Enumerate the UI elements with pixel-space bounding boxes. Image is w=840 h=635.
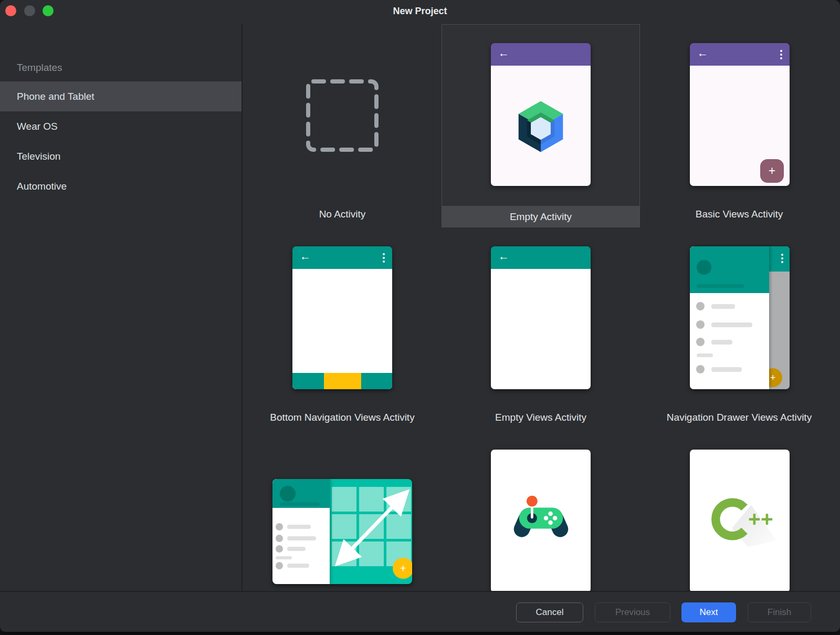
basic-views-activity-card[interactable]: ← + <box>690 43 790 186</box>
list-subheader-line <box>276 556 292 559</box>
svg-text:+: + <box>761 507 773 531</box>
basic-views-activity-label: Basic Views Activity <box>640 209 838 220</box>
list-bullet <box>276 545 283 553</box>
titlebar: New Project <box>0 0 840 24</box>
sidebar-item-automotive[interactable]: Automotive <box>0 171 242 201</box>
list-line <box>287 547 306 551</box>
kebab-menu-icon <box>383 253 385 263</box>
previous-button[interactable]: Previous <box>595 602 670 622</box>
kebab-menu-icon <box>780 50 782 59</box>
game-activity-card[interactable] <box>491 450 591 591</box>
template-grid: No Activity ← Empty Activity ← <box>242 24 840 591</box>
back-arrow-icon: ← <box>498 250 509 263</box>
phone-body <box>491 269 591 389</box>
list-line <box>287 525 311 529</box>
game-controller-icon <box>511 493 571 543</box>
navigation-drawer-views-activity-card[interactable]: + <box>690 246 790 389</box>
list-line <box>711 340 732 345</box>
svg-text:+: + <box>748 507 761 531</box>
kebab-menu-icon <box>781 254 783 263</box>
list-bullet <box>276 523 283 530</box>
list-line <box>287 536 316 540</box>
list-line <box>711 304 735 309</box>
list-line <box>711 322 752 327</box>
responsive-views-activity-card[interactable]: + <box>272 479 412 584</box>
empty-views-activity-label: Empty Views Activity <box>442 412 640 423</box>
new-project-dialog: New Project Templates Phone and Tablet W… <box>0 0 840 632</box>
footer-divider <box>0 591 840 592</box>
list-bullet <box>696 338 705 346</box>
drawer-header <box>690 246 769 293</box>
no-activity-card[interactable] <box>305 78 380 155</box>
empty-activity-card[interactable]: ← <box>491 43 591 186</box>
drawer-header <box>272 479 330 508</box>
cpp-logo: + + <box>706 488 776 547</box>
jetpack-compose-logo <box>517 101 564 152</box>
fab-add-button: + <box>760 159 784 183</box>
back-arrow-icon: ← <box>498 47 509 59</box>
dashed-square-icon <box>305 78 380 153</box>
bottom-nav-bar <box>292 373 392 389</box>
finish-button[interactable]: Finish <box>748 602 811 622</box>
sidebar-item-wear-os[interactable]: Wear OS <box>0 111 242 141</box>
phone-body <box>292 269 392 389</box>
cancel-button[interactable]: Cancel <box>516 602 583 622</box>
app-bar: ← <box>491 43 591 66</box>
next-button[interactable]: Next <box>681 602 736 622</box>
list-bullet <box>696 320 705 329</box>
avatar <box>280 486 296 502</box>
bottom-navigation-label: Bottom Navigation Views Activity <box>243 412 442 423</box>
fab-add-button: + <box>393 558 412 579</box>
back-arrow-icon: ← <box>697 47 708 59</box>
avatar <box>697 260 711 275</box>
bottom-nav-selected-tab <box>324 373 361 389</box>
app-bar: ← <box>491 246 591 269</box>
empty-activity-label: Empty Activity <box>442 206 640 227</box>
sidebar-item-phone-and-tablet[interactable]: Phone and Tablet <box>0 81 242 111</box>
drawer-title-placeholder <box>280 502 320 506</box>
empty-views-activity-card[interactable]: ← <box>491 246 591 389</box>
drawer-title-placeholder <box>697 284 744 288</box>
list-line <box>287 564 309 568</box>
navigation-drawer <box>690 246 769 389</box>
templates-sidebar: Templates Phone and Tablet Wear OS Telev… <box>0 24 242 591</box>
bottom-navigation-views-activity-card[interactable]: ← <box>292 246 392 389</box>
app-bar: ← <box>690 43 790 66</box>
no-activity-label: No Activity <box>243 209 442 220</box>
list-bullet <box>696 365 705 373</box>
sidebar-item-television[interactable]: Television <box>0 141 242 171</box>
list-bullet <box>276 535 283 542</box>
navigation-drawer-label: Navigation Drawer Views Activity <box>640 412 838 423</box>
list-line <box>711 367 742 372</box>
native-cpp-card[interactable]: + + <box>690 450 790 591</box>
window-title: New Project <box>0 0 840 24</box>
back-arrow-icon: ← <box>300 250 311 263</box>
app-bar: ← <box>292 246 392 269</box>
app-bar <box>769 246 790 272</box>
list-bullet <box>276 562 283 569</box>
list-subheader-line <box>697 353 713 357</box>
list-bullet <box>696 302 705 310</box>
navigation-drawer <box>272 479 330 584</box>
sidebar-header: Templates <box>17 62 62 74</box>
